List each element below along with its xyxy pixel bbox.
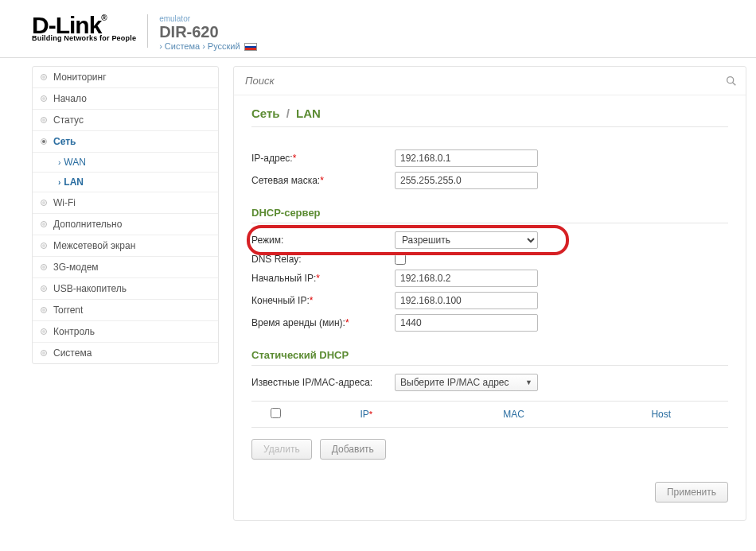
model-name: DIR-620	[159, 23, 257, 41]
chevron-right-icon: ›	[58, 178, 60, 187]
required-icon: *	[310, 295, 314, 306]
crumb-system[interactable]: Система	[165, 41, 200, 51]
crumb-part-lan: LAN	[296, 107, 321, 120]
mode-select[interactable]: Разрешить	[395, 231, 538, 249]
sidebar-item-status[interactable]: Статус	[33, 110, 218, 131]
sidebar-subitem-wan[interactable]: ›WAN	[33, 153, 218, 173]
chevron-right-icon: ›	[159, 41, 162, 51]
label-start-ip: Начальный IP:*	[251, 273, 395, 284]
crumb-lang[interactable]: Русский	[208, 41, 240, 51]
chevron-right-icon: ›	[202, 41, 205, 51]
sidebar-item-label: Контроль	[53, 326, 95, 337]
sidebar-item-usb[interactable]: USB-накопитель	[33, 278, 218, 300]
required-icon: *	[369, 409, 372, 419]
row-dns: DNS Relay:	[251, 254, 728, 265]
label-text: Начальный IP:	[251, 273, 316, 284]
select-all-checkbox[interactable]	[271, 408, 281, 418]
divider	[147, 14, 148, 48]
sidebar-item-network[interactable]: Сеть	[33, 131, 218, 153]
flag-ru-icon[interactable]	[244, 43, 257, 51]
sidebar-subitem-lan[interactable]: ›LAN	[33, 173, 218, 192]
dns-relay-checkbox[interactable]	[395, 254, 406, 265]
start-ip-field[interactable]	[395, 270, 538, 287]
page-title: Сеть / LAN	[251, 107, 728, 127]
bullet-icon	[41, 243, 47, 249]
bullet-icon	[41, 200, 47, 206]
th-label: IP	[360, 409, 368, 420]
sidebar-item-3g[interactable]: 3G-модем	[33, 257, 218, 278]
brand-logo: D-Link® Building Networks for People	[32, 14, 136, 42]
required-icon: *	[345, 317, 349, 328]
row-mode: Режим: Разрешить	[251, 231, 728, 249]
sidebar-item-label: Torrent	[53, 305, 83, 316]
sidebar-subitem-label: WAN	[64, 157, 86, 168]
sidebar-item-monitoring[interactable]: Мониторинг	[33, 67, 218, 88]
sidebar-item-label: Межсетевой экран	[53, 240, 135, 251]
logo-text: D-Link®	[32, 14, 136, 36]
chevron-down-icon: ▼	[525, 378, 532, 386]
label-text: Сетевая маска:	[251, 175, 320, 186]
bullet-icon	[41, 95, 47, 102]
section-dhcp: DHCP-сервер	[251, 207, 728, 223]
search-input[interactable]	[242, 72, 725, 90]
delete-button[interactable]: Удалить	[251, 439, 312, 460]
sidebar-item-firewall[interactable]: Межсетевой экран	[33, 235, 218, 257]
search-icon[interactable]	[725, 75, 738, 87]
search-bar	[234, 67, 746, 95]
header-crumbs: ›Система ›Русский	[159, 41, 257, 51]
label-ip: IP-адрес:*	[251, 153, 395, 164]
bullet-icon	[41, 138, 47, 145]
apply-button[interactable]: Применить	[655, 482, 728, 502]
end-ip-field[interactable]	[395, 292, 538, 309]
required-icon: *	[316, 273, 320, 284]
label-mask: Сетевая маска:*	[251, 175, 395, 186]
bullet-icon	[41, 221, 47, 227]
svg-line-1	[733, 82, 736, 85]
sidebar-item-label: Система	[53, 347, 92, 359]
logo-tagline: Building Networks for People	[32, 34, 136, 42]
th-mac[interactable]: MAC	[433, 409, 594, 420]
known-select-value: Выберите IP/MAC адрес	[400, 377, 509, 388]
slash-icon: /	[286, 107, 290, 120]
sidebar-item-label: Сеть	[53, 136, 76, 147]
sidebar-item-label: Мониторинг	[53, 72, 107, 83]
sidebar-item-label: Дополнительно	[53, 219, 122, 230]
label-lease: Время аренды (мин):*	[251, 317, 395, 328]
svg-point-0	[727, 76, 734, 83]
model-box: emulator DIR-620 ›Система ›Русский	[159, 14, 257, 51]
mask-field[interactable]	[395, 172, 538, 189]
chevron-right-icon: ›	[58, 158, 60, 167]
bullet-icon	[41, 328, 47, 335]
add-button[interactable]: Добавить	[320, 439, 386, 460]
th-checkbox	[251, 408, 299, 421]
bullet-icon	[41, 307, 47, 313]
bullet-icon	[41, 74, 47, 80]
sidebar-item-control[interactable]: Контроль	[33, 321, 218, 343]
bullet-icon	[41, 350, 47, 356]
static-table-header: IP* MAC Host	[251, 401, 728, 428]
ip-field[interactable]	[395, 149, 538, 167]
required-icon: *	[293, 153, 297, 164]
label-text: Время аренды (мин):	[251, 317, 345, 328]
label-mode: Режим:	[251, 235, 395, 246]
sidebar-item-advanced[interactable]: Дополнительно	[33, 214, 218, 235]
content-panel: Сеть / LAN IP-адрес:* Сетевая маска:* DH…	[233, 66, 746, 521]
label-known: Известные IP/MAC-адреса:	[251, 377, 395, 388]
bullet-icon	[41, 264, 47, 270]
sidebar: Мониторинг Начало Статус Сеть ›WAN ›LAN …	[32, 66, 219, 364]
sidebar-item-start[interactable]: Начало	[33, 88, 218, 110]
header: D-Link® Building Networks for People emu…	[0, 0, 756, 58]
label-text: Конечный IP:	[251, 295, 310, 306]
known-select[interactable]: Выберите IP/MAC адрес ▼	[395, 374, 538, 391]
lease-field[interactable]	[395, 314, 538, 332]
emulator-label: emulator	[159, 14, 257, 23]
sidebar-item-torrent[interactable]: Torrent	[33, 300, 218, 321]
sidebar-item-label: Wi-Fi	[53, 197, 76, 208]
row-mask: Сетевая маска:*	[251, 172, 728, 189]
sidebar-item-label: Начало	[53, 93, 87, 104]
th-ip[interactable]: IP*	[299, 409, 433, 420]
sidebar-item-system[interactable]: Система	[33, 343, 218, 363]
th-host[interactable]: Host	[594, 409, 728, 420]
bullet-icon	[41, 117, 47, 123]
sidebar-item-wifi[interactable]: Wi-Fi	[33, 192, 218, 214]
